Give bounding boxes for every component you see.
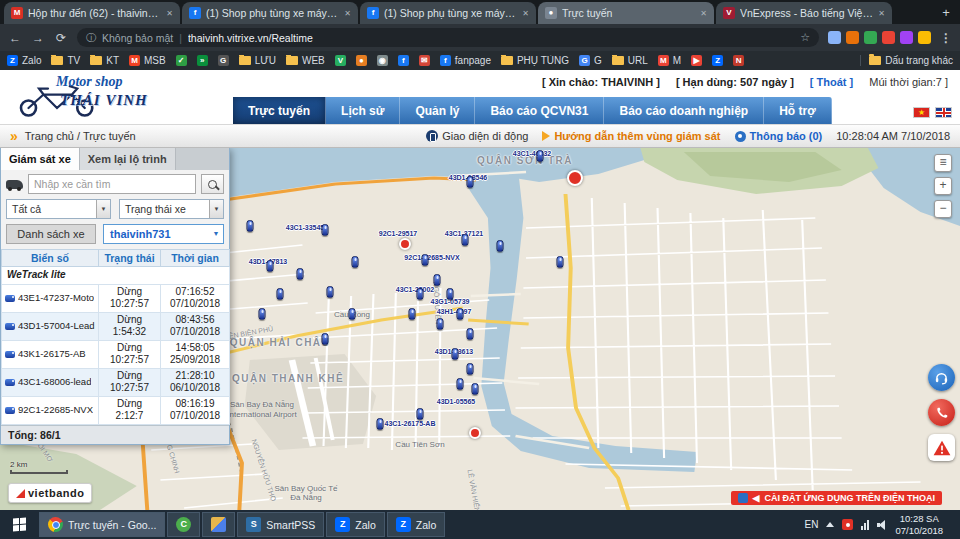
support-button[interactable]: [928, 364, 955, 391]
browser-tab[interactable]: ●Trực tuyến✕: [538, 2, 714, 24]
vehicle-list-tab[interactable]: Danh sách xe: [6, 224, 96, 244]
vehicle-marker[interactable]: [267, 260, 274, 272]
table-row[interactable]: 43C1-68006-leadDừng10:27:5721:28:1006/10…: [2, 368, 230, 396]
bookmark-item[interactable]: f: [398, 55, 409, 66]
taskbar-app[interactable]: [202, 512, 235, 537]
alert-button[interactable]: [928, 434, 955, 461]
vehicle-marker[interactable]: [422, 254, 429, 266]
table-row[interactable]: 43K1-26175-ABDừng10:27:5714:58:0525/09/2…: [2, 340, 230, 368]
vehicle-marker[interactable]: [417, 288, 424, 300]
site-info-icon[interactable]: ⓘ: [86, 31, 96, 45]
map-layers-button[interactable]: ≡: [934, 154, 952, 172]
vehicle-marker[interactable]: [322, 224, 329, 236]
tray-expand-icon[interactable]: [826, 522, 834, 527]
alert-marker[interactable]: [399, 238, 411, 250]
bookmark-item[interactable]: URL: [612, 55, 648, 66]
account-select[interactable]: thaivinh731 ▼: [103, 224, 224, 244]
table-row[interactable]: 92C1-22685-NVXDừng2:12:708:16:1907/10/20…: [2, 396, 230, 424]
bookmark-item[interactable]: MM: [658, 55, 681, 66]
browser-menu-icon[interactable]: ⋮: [940, 31, 952, 45]
nav-item-quản-lý[interactable]: Quản lý: [400, 97, 475, 124]
vehicle-marker[interactable]: [352, 256, 359, 268]
bookmark-star-icon[interactable]: ☆: [800, 31, 810, 44]
bookmark-item[interactable]: N: [733, 55, 744, 66]
status-filter-select[interactable]: Trạng thái xe ▼: [119, 199, 224, 219]
vehicle-marker[interactable]: [437, 318, 444, 330]
vietbando-logo[interactable]: vietbando: [8, 483, 92, 503]
extension-icon[interactable]: [900, 31, 913, 44]
bookmark-item[interactable]: G: [218, 55, 229, 66]
taskbar-app[interactable]: ZZalo: [387, 512, 445, 537]
bookmark-item[interactable]: TV: [51, 55, 80, 66]
other-bookmarks[interactable]: Dấu trang khác: [860, 55, 953, 66]
taskbar-app[interactable]: ZZalo: [326, 512, 384, 537]
taskbar-app[interactable]: C: [167, 512, 200, 537]
vehicle-marker[interactable]: [327, 286, 334, 298]
bookmark-item[interactable]: Z: [712, 55, 723, 66]
alert-marker[interactable]: [567, 170, 583, 186]
app-logo[interactable]: Motor shop THÁI VINH: [0, 70, 233, 124]
network-icon[interactable]: [861, 520, 869, 530]
vehicle-marker[interactable]: [467, 176, 474, 188]
group-row[interactable]: WeTrack lite: [2, 267, 230, 285]
vehicle-marker[interactable]: [452, 348, 459, 360]
nav-item-trực-tuyến[interactable]: Trực tuyến: [233, 97, 326, 124]
tab-close-icon[interactable]: ✕: [700, 9, 707, 18]
group-filter-select[interactable]: Tất cả ▼: [6, 199, 111, 219]
volume-icon[interactable]: [877, 520, 887, 530]
vehicle-marker[interactable]: [247, 220, 254, 232]
panel-tab[interactable]: Xem lại lộ trình: [80, 148, 176, 170]
alert-marker[interactable]: [469, 427, 481, 439]
vehicle-marker[interactable]: [277, 288, 284, 300]
tab-close-icon[interactable]: ✕: [166, 9, 173, 18]
vehicle-marker[interactable]: [409, 308, 416, 320]
clock[interactable]: 10:28 SA 07/10/2018: [895, 513, 943, 537]
vehicle-marker[interactable]: [259, 308, 266, 320]
vehicle-marker[interactable]: [472, 383, 479, 395]
extension-icon[interactable]: [882, 31, 895, 44]
zoom-in-button[interactable]: +: [934, 177, 952, 195]
vehicle-marker[interactable]: [349, 308, 356, 320]
vehicle-marker[interactable]: [457, 308, 464, 320]
vehicle-marker[interactable]: [537, 150, 544, 162]
vehicle-marker[interactable]: [377, 418, 384, 430]
bookmark-item[interactable]: PHỤ TÙNG: [501, 55, 569, 66]
bookmark-item[interactable]: MMSB: [129, 55, 166, 66]
extension-icon[interactable]: [918, 31, 931, 44]
search-button[interactable]: [201, 174, 224, 194]
vehicle-marker[interactable]: [467, 328, 474, 340]
bookmark-item[interactable]: WEB: [286, 55, 325, 66]
bookmark-item[interactable]: LƯU: [239, 55, 276, 66]
vietnam-flag-icon[interactable]: ★: [913, 107, 930, 118]
browser-tab[interactable]: f(1) Shop phụ tùng xe máy chính✕: [182, 2, 358, 24]
column-header[interactable]: Thời gian: [161, 250, 230, 267]
taskbar-app[interactable]: SSmartPSS: [237, 512, 324, 537]
browser-tab[interactable]: MHộp thư đến (62) - thaivinhmot✕: [4, 2, 180, 24]
panel-tab[interactable]: Giám sát xe: [1, 148, 80, 170]
language-indicator[interactable]: EN: [805, 519, 819, 530]
table-row[interactable]: 43D1-57004-LeadDừng1:54:3208:43:5607/10/…: [2, 312, 230, 340]
vehicle-marker[interactable]: [417, 408, 424, 420]
bookmark-item[interactable]: ✉: [419, 55, 430, 66]
nav-item-báo-cáo-qcvn31[interactable]: Báo cáo QCVN31: [475, 97, 604, 124]
hotline-button[interactable]: [928, 399, 955, 426]
vehicle-marker[interactable]: [557, 256, 564, 268]
english-flag-icon[interactable]: [935, 107, 952, 118]
reload-button[interactable]: ⟳: [54, 31, 68, 45]
column-header[interactable]: Biển số: [2, 250, 99, 267]
extension-icon[interactable]: [828, 31, 841, 44]
notifications-link[interactable]: Thông báo (0): [735, 130, 823, 142]
app-install-marquee[interactable]: ◀ CÀI ĐẶT ỨNG DỤNG TRÊN ĐIỆN THOẠI: [731, 491, 942, 505]
nav-item-báo-cáo-doanh-nghiệp[interactable]: Báo cáo doanh nghiệp: [604, 97, 764, 124]
vehicle-marker[interactable]: [462, 234, 469, 246]
vehicle-search-input[interactable]: [28, 174, 196, 194]
address-bar[interactable]: ⓘ Không bảo mật | thaivinh.vitrixe.vn/Re…: [77, 28, 819, 47]
column-header[interactable]: Trạng thái: [99, 250, 161, 267]
bookmark-item[interactable]: ●: [356, 55, 367, 66]
guide-link[interactable]: Hướng dẫn thêm vùng giám sát: [542, 130, 720, 142]
bookmark-item[interactable]: ◉: [377, 55, 388, 66]
nav-item-lịch-sử[interactable]: Lịch sử: [326, 97, 400, 124]
vehicle-marker[interactable]: [434, 274, 441, 286]
bookmark-item[interactable]: V: [335, 55, 346, 66]
bookmark-item[interactable]: »: [197, 55, 208, 66]
